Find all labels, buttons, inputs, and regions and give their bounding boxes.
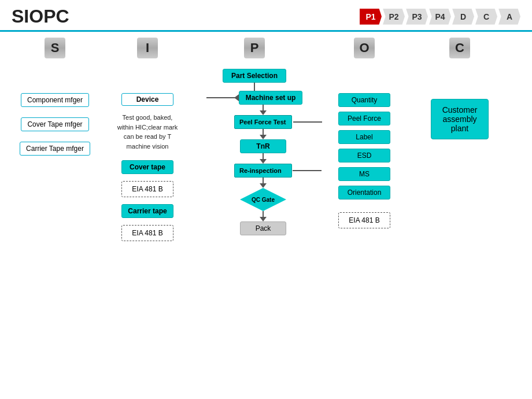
columns-container: S Component mfger Cover Tape mfger Carri…	[12, 38, 520, 390]
o-orientation: Orientation	[338, 186, 390, 200]
step-p3[interactable]: P3	[406, 9, 428, 25]
eia-2: EIA 481 B	[121, 225, 173, 241]
peel-force-test: Peel Force Test	[234, 115, 292, 129]
col-o-header: O	[354, 38, 375, 58]
c-content: Customerassemblyplant	[431, 99, 489, 139]
cover-tape-label: Cover tape	[121, 160, 173, 174]
step-a[interactable]: A	[498, 9, 520, 25]
device-label: Device	[121, 93, 173, 106]
col-p-header: P	[244, 38, 265, 58]
col-s: S Component mfger Cover Tape mfger Carri…	[12, 38, 98, 390]
tnr-box: TnR	[240, 139, 286, 153]
re-inspection: Re-inspection	[234, 164, 292, 178]
o-peel-force: Peel Force	[338, 112, 390, 125]
i-items: Device Test good, baked,within HIC;clear…	[117, 93, 178, 245]
app-header: SIOPC P1P2P3P4DCA	[0, 0, 532, 32]
steps-nav: P1P2P3P4DCA	[360, 9, 520, 25]
col-c: C Customerassemblyplant	[416, 38, 503, 390]
o-esd: ESD	[338, 149, 390, 162]
col-i-header: I	[137, 38, 158, 58]
s-item-0: Component mfger	[21, 93, 89, 107]
part-selection: Part Selection	[223, 69, 286, 83]
s-item-1: Cover Tape mfger	[21, 117, 88, 131]
step-p1[interactable]: P1	[360, 9, 382, 25]
qc-gate: QC Gate	[240, 188, 286, 211]
machine-setup: Machine set up	[239, 91, 302, 105]
o-quantity: Quantity	[338, 93, 390, 107]
col-p: P Part Selection Machine set up	[197, 38, 312, 390]
app-title: SIOPC	[12, 6, 69, 27]
p-flow: Part Selection Machine set up	[206, 69, 302, 235]
o-eia: EIA 481 B	[338, 212, 390, 228]
eia-1: EIA 481 B	[121, 181, 173, 197]
step-d[interactable]: D	[452, 9, 474, 25]
col-s-header: S	[45, 38, 65, 58]
col-o: O Quantity Peel Force Label ESD MS Orien…	[312, 38, 416, 390]
customer-assembly: Customerassemblyplant	[431, 99, 489, 139]
step-p2[interactable]: P2	[383, 9, 405, 25]
carrier-tape-label: Carrier tape	[121, 204, 173, 218]
pack-box: Pack	[240, 221, 286, 235]
o-ms: MS	[338, 167, 390, 181]
col-c-header: C	[449, 38, 470, 58]
s-item-2: Carrier Tape mfger	[20, 142, 90, 156]
o-items: Quantity Peel Force Label ESD MS Orienta…	[338, 93, 390, 228]
col-i: I Device Test good, baked,within HIC;cle…	[98, 38, 197, 390]
main-content: S Component mfger Cover Tape mfger Carri…	[0, 32, 532, 396]
step-c[interactable]: C	[475, 9, 497, 25]
step-p4[interactable]: P4	[429, 9, 451, 25]
o-label: Label	[338, 130, 390, 144]
device-desc: Test good, baked,within HIC;clear markca…	[117, 113, 178, 151]
s-items: Component mfger Cover Tape mfger Carrier…	[20, 93, 90, 156]
